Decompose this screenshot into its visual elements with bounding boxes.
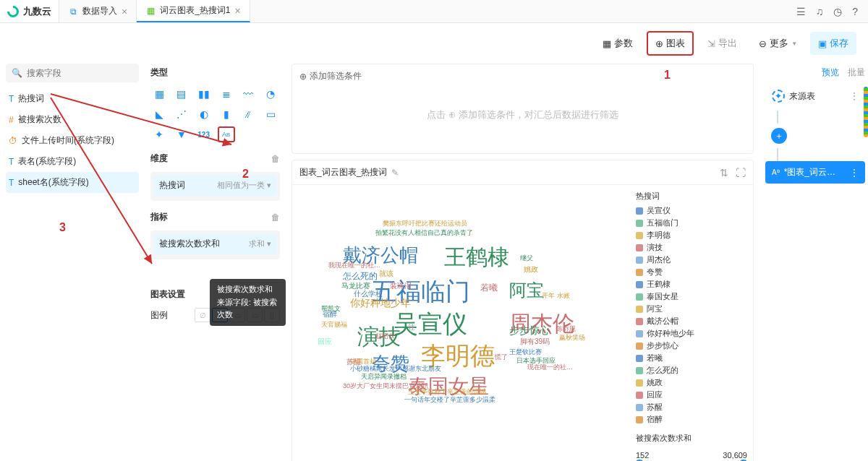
field-item[interactable]: #被搜索次数 — [6, 109, 139, 130]
metric-dropzone[interactable]: 被搜索次数求和 求和 ▾ — [150, 231, 280, 259]
fullscreen-icon[interactable]: ⛶ — [736, 167, 746, 178]
chart-type-kpi[interactable]: 123 — [195, 126, 213, 142]
wordcloud-word[interactable]: 帮凯文 — [321, 304, 341, 314]
flow-node-chart[interactable]: Aᴮ *图表_词云… ⋮ — [765, 161, 865, 184]
chart-type-card[interactable]: ▭ — [262, 106, 279, 122]
wordcloud-word[interactable]: 王鹤棣 — [444, 243, 509, 272]
params-button[interactable]: ▦参数 — [595, 32, 641, 55]
legend-item[interactable]: 五福临门 — [636, 217, 747, 229]
wordcloud-word[interactable]: 什么学校 — [354, 289, 383, 299]
tab-data-import[interactable]: ⧉ 数据导入 × — [59, 0, 137, 22]
add-step-button[interactable]: ＋ — [771, 128, 787, 144]
wordcloud-word[interactable]: 赵昭仪 — [375, 332, 395, 341]
wordcloud-word[interactable]: 一句话年交楼了辛芷蕾多少温柔 — [404, 395, 495, 405]
field-item[interactable]: Tsheet名(系统字段) — [6, 172, 139, 193]
more-icon[interactable]: ⋮ — [850, 91, 859, 101]
help-icon[interactable]: ? — [852, 6, 858, 17]
legend-item[interactable]: 怎么死的 — [636, 364, 747, 376]
legend-item[interactable]: 步步惊心 — [636, 340, 747, 352]
wordcloud-word[interactable]: 樊振东呼吁把比赛还给运动员 — [383, 219, 467, 228]
legend-item[interactable]: 戴济公帽 — [636, 315, 747, 327]
history-icon[interactable]: ◷ — [833, 6, 842, 17]
legend-item[interactable]: 回应 — [636, 389, 747, 401]
legend-item[interactable]: 吴宣仪 — [636, 204, 747, 217]
save-button[interactable]: ▣保存 — [810, 32, 856, 55]
search-input[interactable] — [27, 68, 135, 78]
wordcloud-word[interactable]: 装珠泪 — [390, 281, 412, 291]
side-handle[interactable] — [864, 87, 868, 137]
more-button[interactable]: ⊖更多▾ — [751, 32, 804, 55]
rail-tab-batch[interactable]: 批量 — [848, 66, 865, 79]
dimension-dropzone[interactable]: 热搜词 相同值为一类 ▾ — [150, 172, 280, 201]
legend-pos-none[interactable]: ∅ — [195, 308, 210, 322]
field-search[interactable]: 🔍 — [6, 64, 139, 82]
field-item[interactable]: T热搜词 — [6, 88, 139, 109]
wordcloud-word[interactable]: 吴宣仪 — [393, 308, 467, 341]
legend-item[interactable]: 泰国女星 — [636, 290, 747, 303]
chart-button[interactable]: ⊕图表 — [647, 31, 694, 56]
bell-icon[interactable]: ♫ — [816, 6, 824, 17]
wordcloud-word[interactable]: 回应 — [318, 337, 332, 347]
chart-type-combo[interactable]: ⫽ — [239, 106, 257, 122]
wordcloud-word[interactable]: 脚有39码 — [520, 337, 550, 347]
chart-type-pie[interactable]: ◔ — [262, 86, 279, 102]
close-icon[interactable]: × — [122, 6, 127, 17]
wordcloud-word[interactable]: 天启异闻录撤档 — [361, 372, 407, 382]
wordcloud-word[interactable]: 步步惊心 — [509, 324, 550, 337]
wordcloud-word[interactable]: 天官赐福 — [321, 320, 347, 329]
flow-node-source[interactable]: ✦ 来源表 ⋮ — [765, 85, 865, 108]
chart-type-area[interactable]: ◣ — [150, 106, 168, 122]
chart-type-radar[interactable]: ✦ — [150, 126, 168, 142]
wordcloud-word[interactable]: 开年 水账 — [542, 291, 570, 301]
legend-item[interactable]: 阿宝 — [636, 303, 747, 315]
legend-item[interactable]: 你好种地少年 — [636, 327, 747, 340]
metric-pill[interactable]: 被搜索次数求和 求和 ▾ — [153, 233, 277, 254]
field-item[interactable]: ⏱文件上传时间(系统字段) — [6, 130, 139, 151]
legend-item[interactable]: 夸赞 — [636, 266, 747, 278]
close-icon[interactable]: × — [235, 5, 241, 17]
chart-type-pivot[interactable]: ▤ — [173, 86, 190, 102]
chart-type-line[interactable]: 〰 — [239, 86, 257, 102]
wordcloud-word[interactable]: 赢秋笑场 — [559, 333, 585, 342]
clear-icon[interactable]: 🗑 — [271, 212, 280, 223]
chart-type-gauge[interactable]: ◐ — [195, 106, 213, 122]
wordcloud-word[interactable]: 慌了 — [495, 353, 508, 362]
wordcloud-word[interactable]: 继父 — [520, 254, 533, 263]
list-icon[interactable]: ☰ — [796, 6, 806, 17]
legend-item[interactable]: 李明德 — [636, 229, 747, 241]
legend-item[interactable]: 姚政 — [636, 376, 747, 389]
more-icon[interactable]: ⋮ — [850, 168, 859, 178]
wordcloud-word[interactable]: 日本选手回应 — [516, 356, 556, 366]
wordcloud-word[interactable]: 往 — [408, 322, 415, 332]
legend-item[interactable]: 若曦 — [636, 352, 747, 364]
sort-icon[interactable]: ⇅ — [720, 167, 728, 178]
wordcloud-word[interactable]: 拍繁花没有人相信自己真的杀青了 — [375, 228, 473, 238]
legend-item[interactable]: 周杰伦 — [636, 254, 747, 266]
chart-type-column[interactable]: ▮ — [218, 106, 235, 122]
rail-tab-preview[interactable]: 预览 — [822, 66, 839, 79]
chart-type-scatter[interactable]: ⋰ — [173, 106, 190, 122]
chart-type-wordcloud[interactable]: AB — [218, 126, 235, 142]
wordcloud-word[interactable]: 若曦 — [480, 282, 498, 294]
legend-item[interactable]: 苏醒 — [636, 401, 747, 413]
wordcloud-word[interactable]: 姚政 — [524, 264, 538, 275]
add-filter-button[interactable]: ⊕添加筛选条件 — [299, 70, 362, 82]
legend-item[interactable]: 宿醉 — [636, 413, 747, 426]
wordcloud-word[interactable]: 我现在唯一的社… — [328, 261, 380, 270]
chart-type-bar[interactable]: ▮▮ — [195, 86, 213, 102]
wordcloud-word[interactable]: 就该 — [379, 269, 393, 279]
chevron-down-icon[interactable]: ▾ — [267, 239, 271, 248]
dimension-pill[interactable]: 热搜词 相同值为一类 ▾ — [153, 175, 277, 196]
wordcloud-word[interactable]: 阿宝 — [509, 279, 544, 302]
legend-item[interactable]: 王鹤棣 — [636, 278, 747, 290]
tab-wordcloud[interactable]: ▦ 词云图表_热搜词1 × — [137, 0, 250, 22]
chevron-down-icon[interactable]: ▾ — [267, 181, 271, 189]
field-item[interactable]: T表名(系统字段) — [6, 151, 139, 172]
edit-icon[interactable]: ✎ — [391, 168, 399, 178]
export-button[interactable]: ⇲导出 — [699, 32, 745, 55]
chart-type-stack[interactable]: ≣ — [218, 86, 235, 102]
chart-type-funnel[interactable]: ▼ — [173, 126, 190, 142]
clear-icon[interactable]: 🗑 — [271, 154, 280, 164]
chart-type-table[interactable]: ▦ — [150, 86, 168, 102]
legend-item[interactable]: 演技 — [636, 241, 747, 254]
